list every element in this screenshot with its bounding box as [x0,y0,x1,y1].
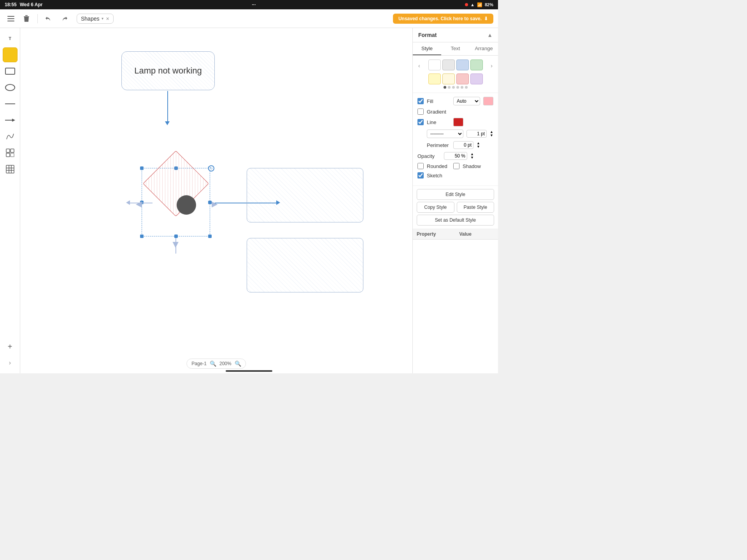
handle-br[interactable] [208,234,212,238]
action-buttons: Edit Style Copy Style Paste Style Set as… [413,186,498,229]
paste-style-button[interactable]: Paste Style [457,202,494,213]
tool-text[interactable]: T [3,31,18,46]
svg-rect-12 [6,165,14,173]
tool-arrow[interactable] [3,113,18,128]
tool-ellipse[interactable] [3,80,18,95]
tool-rectangle[interactable] [3,64,18,79]
line-width-down[interactable]: ▼ [490,134,493,137]
value-col-header: Value [456,229,498,239]
close-tab-button[interactable]: × [106,16,109,22]
opacity-input[interactable] [444,152,467,160]
arrow-down-2 [175,238,176,254]
swatch-light-gray[interactable] [442,60,455,70]
svg-rect-2 [7,21,14,21]
swatch-dot-2[interactable] [448,86,451,89]
undo-button[interactable] [42,12,55,25]
fill-row: Fill Auto [417,97,493,105]
fill-label: Fill [427,98,450,104]
tool-more[interactable]: › [3,355,18,370]
swatch-yellow[interactable] [428,74,441,84]
swatch-next-arrow[interactable]: › [489,62,494,70]
tool-add[interactable]: + [3,339,18,354]
swatch-dot-3[interactable] [452,86,455,89]
shadow-checkbox[interactable] [453,163,459,169]
copy-style-button[interactable]: Copy Style [417,202,454,213]
swatch-white[interactable] [428,60,441,70]
tool-freehand[interactable] [3,129,18,144]
handle-tl[interactable] [140,166,144,170]
tool-yellow-box[interactable] [3,47,18,62]
expand-right[interactable]: ▶ [212,199,217,208]
gradient-label: Gradient [427,109,450,115]
zoom-in-button[interactable]: 🔍 [235,360,241,367]
edit-style-button[interactable]: Edit Style [417,189,494,200]
canvas[interactable]: Lamp not working ↻ ◀ ▶ [20,28,412,373]
lamp-box[interactable]: Lamp not working [121,51,215,90]
opacity-down[interactable]: ▼ [470,156,474,159]
handle-mr[interactable] [208,201,212,204]
gradient-checkbox[interactable] [417,108,424,115]
fill-checkbox[interactable] [417,98,424,104]
wifi-icon: 📶 [477,2,482,7]
line-width-input[interactable] [466,130,487,138]
toolbar-divider [37,14,38,23]
svg-rect-9 [11,149,14,152]
line-style-row: ──── ▲ ▼ [427,130,493,138]
tab-arrange[interactable]: Arrange [470,42,498,55]
line-style-dropdown[interactable]: ──── [427,130,463,138]
svg-rect-8 [6,149,10,152]
fill-dropdown[interactable]: Auto [453,97,480,105]
arrow-down-1 [167,91,168,122]
line-color-swatch[interactable] [453,118,463,126]
sketch-checkbox[interactable] [417,172,424,178]
save-icon: ⬇ [484,16,488,21]
swatch-pink[interactable] [456,74,469,84]
line-checkbox[interactable] [417,119,424,125]
delete-button[interactable] [20,12,33,25]
battery-icon: 82% [485,2,493,7]
swatch-dot-6[interactable] [465,86,468,89]
zoom-out-button[interactable]: 🔍 [210,360,216,367]
swatch-dot-5[interactable] [461,86,463,89]
tool-table[interactable] [3,162,18,177]
expand-left[interactable]: ◀ [136,199,142,208]
swatch-dot-4[interactable] [456,86,459,89]
rotate-handle[interactable]: ↻ [208,165,214,172]
panel-title: Format [418,32,437,38]
rounded-checkbox[interactable] [417,163,424,169]
tab-style[interactable]: Style [413,42,441,55]
panel-collapse-button[interactable]: ▲ [487,32,493,38]
handle-bl[interactable] [140,234,144,238]
swatch-light-green[interactable] [470,60,483,70]
perimeter-down[interactable]: ▼ [477,145,480,149]
swatch-lavender[interactable] [470,74,483,84]
tab-text[interactable]: Text [441,42,470,55]
handle-bc[interactable] [174,234,178,238]
circle-indicator[interactable] [177,195,196,215]
property-table: Property Value [413,229,498,373]
fill-color-swatch[interactable] [483,97,493,105]
right-box[interactable] [247,168,363,222]
perimeter-input[interactable] [453,141,473,149]
property-content [413,240,498,263]
swatch-light-yellow[interactable] [442,74,455,84]
filename-pill[interactable]: Shapes ▾ × [77,14,114,24]
recording-dot [465,3,468,6]
tool-shapes[interactable] [3,145,18,160]
tool-line[interactable] [3,96,18,111]
redo-button[interactable] [58,12,70,25]
swatch-light-blue[interactable] [456,60,469,70]
opacity-label: Opacity [417,153,441,159]
bottom-box[interactable] [247,238,363,292]
arrowhead-1 [165,121,170,125]
save-banner[interactable]: Unsaved changes. Click here to save. ⬇ [393,14,493,24]
dots-indicator: ··· [252,2,256,7]
menu-button[interactable] [5,12,17,25]
svg-marker-7 [12,119,15,122]
style-swatches: ‹ › [413,56,498,93]
swatch-prev-arrow[interactable]: ‹ [417,62,422,70]
page-label: Page-1 [191,361,207,366]
set-default-style-button[interactable]: Set as Default Style [417,215,494,226]
swatch-dot-1[interactable] [444,86,446,89]
right-panel: Format ▲ Style Text Arrange ‹ › [412,28,498,373]
